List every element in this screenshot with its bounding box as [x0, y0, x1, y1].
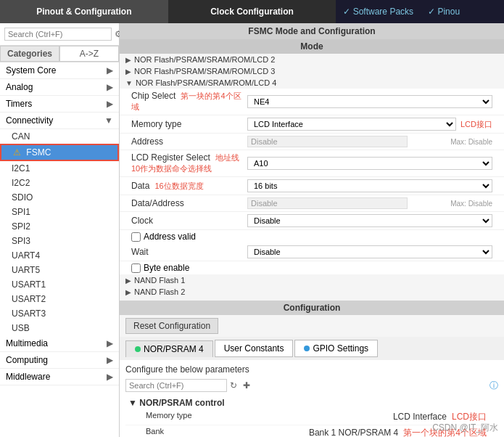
mode-section-header: Mode: [120, 39, 504, 54]
nor-label-3: NOR Flash/PSRAM/SRAM/ROM/LCD 4: [136, 78, 276, 87]
nand-flash-1-row[interactable]: ▶ NAND Flash 1: [120, 274, 504, 286]
tab-nor-psram4[interactable]: NOR/PSRAM 4: [125, 340, 213, 357]
memory-type-label: Memory type: [131, 119, 247, 129]
sidebar-item-can[interactable]: CAN: [0, 129, 119, 144]
sidebar-item-spi2[interactable]: SPI2: [0, 219, 119, 234]
nand-flash-2-row[interactable]: ▶ NAND Flash 2: [120, 286, 504, 298]
data-address-max: Max: Disable: [450, 200, 492, 208]
lcd-register-row: LCD Register Select 地址线10作为数据命令选择线 A10: [120, 150, 504, 177]
sidebar-group-multimedia[interactable]: Multimedia ▶: [0, 335, 119, 352]
clock-label: Clock: [131, 216, 247, 226]
data-row: Data 16位数据宽度 16 bits: [120, 177, 504, 195]
sidebar-item-spi3[interactable]: SPI3: [0, 234, 119, 248]
wait-select[interactable]: Disable: [247, 245, 492, 258]
expand-all-icon[interactable]: ✚: [243, 380, 250, 391]
tab-clock[interactable]: Clock Configuration: [168, 0, 336, 23]
software-packs-link[interactable]: ✓ Software Packs: [336, 7, 421, 17]
nor-expanded-content: Chip Select 第一块的第4个区域 NE4 Memory type: [120, 89, 504, 274]
nor-row-2[interactable]: ▶ NOR Flash/PSRAM/SRAM/ROM/LCD 3: [120, 65, 504, 77]
sidebar-group-connectivity[interactable]: Connectivity ▼: [0, 113, 119, 129]
tab-dot-blue: [304, 346, 310, 351]
tab-dot-green: [135, 346, 141, 352]
wait-value[interactable]: Disable: [247, 245, 492, 258]
nor-row-3[interactable]: ▼ NOR Flash/PSRAM/SRAM/ROM/LCD 4: [120, 77, 504, 89]
sidebar-group-computing[interactable]: Computing ▶: [0, 352, 119, 369]
params-group-control-label[interactable]: ▼ NOR/PSRAM control: [125, 396, 498, 409]
nor-label-1: NOR Flash/PSRAM/SRAM/ROM/LCD 2: [134, 55, 275, 64]
tab-az[interactable]: A->Z: [59, 46, 119, 62]
data-address-value: [247, 197, 447, 209]
memory-type-row: Memory type LCD Interface LCD接口: [120, 115, 504, 134]
sidebar-search-input[interactable]: [4, 28, 112, 41]
lcd-register-select[interactable]: A10: [247, 157, 492, 170]
chip-select-select[interactable]: NE4: [247, 95, 492, 108]
reset-config-button[interactable]: Reset Configuration: [125, 318, 218, 334]
tab-pinout-label: Pinout & Configuration: [36, 7, 131, 17]
sidebar-item-usart3[interactable]: USART3: [0, 306, 119, 321]
sidebar-item-i2c1[interactable]: I2C1: [0, 161, 119, 176]
bottom-toolbar: Reset Configuration: [120, 315, 504, 337]
chevron-right-icon: ▶: [107, 82, 113, 92]
address-valid-row: Address valid: [120, 230, 504, 243]
address-valid-checkbox[interactable]: [131, 232, 141, 242]
sidebar-item-sdio[interactable]: SDIO: [0, 190, 119, 205]
tab-clock-label: Clock Configuration: [210, 7, 294, 17]
content-title: FSMC Mode and Configuration: [120, 23, 504, 39]
info-icon[interactable]: ⓘ: [489, 380, 498, 392]
params-search-input[interactable]: [125, 379, 227, 392]
address-row: Address Max: Disable: [120, 134, 504, 150]
data-label: Data 16位数据宽度: [131, 181, 247, 192]
warning-icon: ⚠: [13, 147, 21, 158]
address-valid-label: Address valid: [144, 232, 196, 242]
sidebar-item-uart5[interactable]: UART5: [0, 263, 119, 277]
nand-flash-2-label: NAND Flash 2: [134, 287, 185, 296]
chip-select-label: Chip Select 第一块的第4个区域: [131, 91, 247, 113]
byte-enable-checkbox[interactable]: [131, 264, 141, 273]
tab-pinout[interactable]: Pinout & Configuration: [0, 0, 168, 23]
nor-row-1[interactable]: ▶ NOR Flash/PSRAM/SRAM/ROM/LCD 2: [120, 54, 504, 65]
sidebar-item-usart2[interactable]: USART2: [0, 292, 119, 306]
config-tabs: NOR/PSRAM 4 User Constants GPIO Settings: [120, 337, 504, 360]
data-value[interactable]: 16 bits: [247, 179, 492, 192]
tab-gpio-settings[interactable]: GPIO Settings: [294, 340, 378, 357]
wait-label: Wait: [131, 247, 247, 257]
clock-value[interactable]: Disable: [247, 214, 492, 227]
chevron-right-icon: ▶: [107, 372, 113, 382]
tab-categories[interactable]: Categories: [0, 46, 59, 62]
byte-enable-row: Byte enable: [120, 261, 504, 274]
param-bank-label: Bank: [137, 427, 309, 437]
sidebar-group-analog[interactable]: Analog ▶: [0, 79, 119, 96]
sidebar-group-system-core[interactable]: System Core ▶: [0, 62, 119, 79]
header: Pinout & Configuration Clock Configurati…: [0, 0, 504, 23]
sidebar-item-fsmc[interactable]: ⚠ FSMC: [0, 144, 119, 161]
expand-icon: ▶: [125, 68, 131, 75]
lcd-register-value[interactable]: A10: [247, 157, 492, 170]
address-value: [247, 136, 447, 147]
sidebar-item-spi1[interactable]: SPI1: [0, 205, 119, 219]
chip-select-value[interactable]: NE4: [247, 95, 492, 108]
memory-type-value[interactable]: LCD Interface: [247, 118, 456, 131]
sidebar-group-middleware[interactable]: Middleware ▶: [0, 369, 119, 385]
data-select[interactable]: 16 bits: [247, 179, 492, 192]
clock-select[interactable]: Disable: [247, 214, 492, 227]
sidebar-item-i2c2[interactable]: I2C2: [0, 176, 119, 190]
sidebar-item-usb[interactable]: USB: [0, 321, 119, 335]
pinout-link[interactable]: ✓ Pinou: [421, 7, 467, 17]
sidebar-group-timers[interactable]: Timers ▶: [0, 96, 119, 113]
wait-row: Wait Disable: [120, 243, 504, 261]
sidebar-item-uart4[interactable]: UART4: [0, 248, 119, 263]
chevron-down-icon: ▼: [104, 115, 113, 126]
sidebar-item-usart1[interactable]: USART1: [0, 277, 119, 292]
reset-icon[interactable]: ↻: [230, 380, 237, 391]
data-annotation: 16位数据宽度: [154, 181, 203, 190]
watermark: CSDN @IT_阿水: [432, 422, 498, 434]
data-address-row: Data/Address Max: Disable: [120, 195, 504, 212]
chevron-right-icon: ▶: [107, 65, 113, 75]
memory-type-select[interactable]: LCD Interface: [247, 118, 456, 131]
expand-icon: ▶: [125, 288, 131, 296]
sidebar: ⚙ Categories A->Z System Core ▶ Analog ▶: [0, 23, 120, 437]
params-label: Configure the below parameters: [125, 363, 498, 376]
tab-user-constants[interactable]: User Constants: [215, 340, 294, 357]
main-layout: ⚙ Categories A->Z System Core ▶ Analog ▶: [0, 23, 504, 437]
expand-icon: ▶: [125, 277, 131, 285]
